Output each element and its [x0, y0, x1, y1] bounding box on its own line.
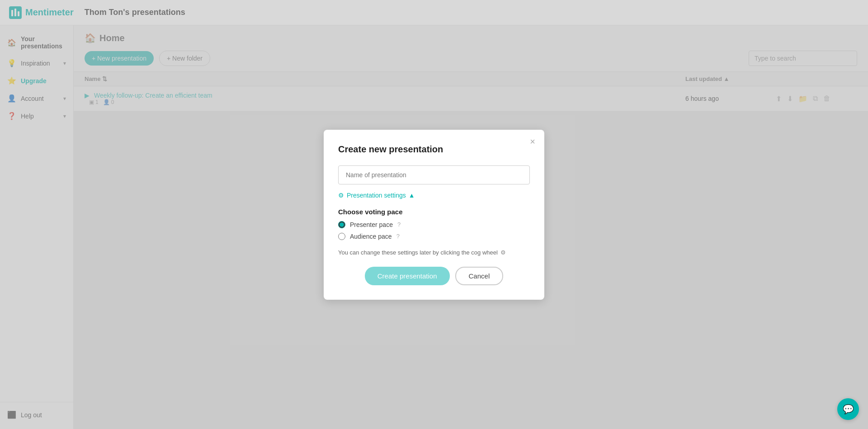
- modal-title: Create new presentation: [338, 144, 530, 155]
- audience-pace-radio[interactable]: [338, 233, 345, 240]
- presenter-pace-label: Presenter pace: [350, 221, 393, 228]
- presenter-pace-option[interactable]: Presenter pace ?: [338, 221, 530, 228]
- voting-pace-label: Choose voting pace: [338, 208, 530, 216]
- audience-pace-option[interactable]: Audience pace ?: [338, 233, 530, 240]
- audience-pace-help-icon[interactable]: ?: [396, 233, 400, 240]
- settings-chevron-icon: ▲: [409, 192, 415, 199]
- settings-toggle-label: Presentation settings: [347, 192, 406, 199]
- chat-icon: 💬: [843, 404, 854, 415]
- create-presentation-button[interactable]: Create presentation: [365, 267, 450, 285]
- modal-overlay: Create new presentation × ⚙ Presentation…: [0, 0, 868, 429]
- presenter-pace-radio[interactable]: [338, 221, 345, 228]
- voting-pace-section: Choose voting pace Presenter pace ? Audi…: [338, 208, 530, 240]
- create-presentation-modal: Create new presentation × ⚙ Presentation…: [324, 130, 544, 300]
- settings-note: You can change these settings later by c…: [338, 249, 530, 256]
- cancel-button[interactable]: Cancel: [455, 267, 504, 285]
- settings-icon: ⚙: [338, 192, 344, 199]
- modal-footer: Create presentation Cancel: [338, 267, 530, 285]
- presenter-pace-help-icon[interactable]: ?: [397, 221, 401, 228]
- chat-bubble[interactable]: 💬: [837, 398, 859, 420]
- cog-icon: ⚙: [500, 249, 506, 256]
- presentation-name-input[interactable]: [338, 165, 530, 184]
- audience-pace-label: Audience pace: [350, 233, 392, 240]
- settings-toggle[interactable]: ⚙ Presentation settings ▲: [338, 192, 530, 199]
- settings-note-text: You can change these settings later by c…: [338, 249, 498, 256]
- modal-close-button[interactable]: ×: [530, 137, 535, 146]
